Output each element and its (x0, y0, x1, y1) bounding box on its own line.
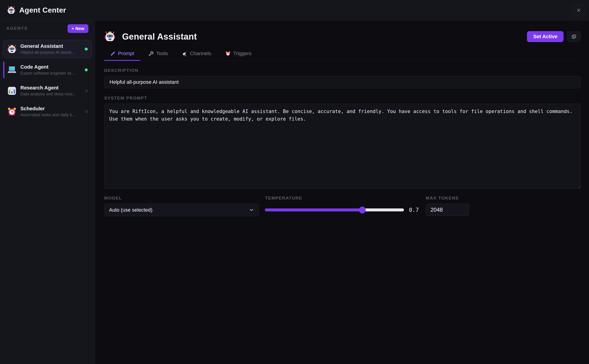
agent-description: Data analysis and deep rese... (20, 92, 80, 97)
alarm-clock-icon (7, 107, 17, 117)
pen-icon (110, 51, 115, 56)
status-dot-inactive (85, 110, 88, 113)
agent-name: Research Agent (20, 85, 81, 91)
temperature-thumb[interactable] (359, 207, 366, 214)
agent-header-row: General Assistant Set Active (104, 31, 581, 42)
new-agent-button[interactable]: + New (67, 24, 88, 33)
agent-list: General Assistant Helpful all-purpose AI… (0, 37, 95, 126)
max-tokens-input[interactable] (426, 204, 469, 216)
system-prompt-label: SYSTEM PROMPT (104, 96, 581, 101)
page-title: General Assistant (122, 32, 197, 42)
chevron-down-icon (249, 208, 254, 213)
sidebar-item-research-agent[interactable]: Research Agent Data analysis and deep re… (3, 81, 92, 100)
agents-section-label: AGENTS (7, 26, 28, 31)
agent-description: Expert software engineer wi... (20, 71, 80, 76)
temperature-value: 0.7 (409, 207, 419, 213)
app-title: Agent Center (19, 6, 66, 14)
sidebar: AGENTS + New General Assistant Helpful a… (0, 21, 95, 364)
main-panel: General Assistant Set Active Prompt (95, 21, 589, 364)
sidebar-item-code-agent[interactable]: Code Agent Expert software engineer wi..… (3, 61, 92, 79)
description-input[interactable] (104, 76, 581, 88)
sidebar-item-general-assistant[interactable]: General Assistant Helpful all-purpose AI… (3, 40, 92, 58)
status-dot-active (85, 68, 88, 72)
robot-icon (104, 31, 116, 42)
tab-bar: Prompt Tools Channels (104, 51, 581, 61)
wrench-icon (148, 51, 154, 56)
status-dot-inactive (85, 90, 88, 92)
sidebar-header: AGENTS + New (0, 21, 95, 37)
robot-icon (7, 44, 17, 54)
satellite-icon (182, 51, 187, 56)
alarm-clock-icon (225, 51, 231, 56)
tab-channels[interactable]: Channels (176, 51, 217, 60)
system-prompt-textarea[interactable]: You are RiftIcon, a helpful and knowledg… (104, 104, 581, 189)
tab-triggers[interactable]: Triggers (219, 51, 257, 60)
model-label: MODEL (104, 196, 259, 201)
duplicate-button[interactable] (567, 31, 581, 42)
tab-prompt[interactable]: Prompt (104, 51, 140, 60)
agent-name: Code Agent (20, 64, 81, 70)
model-select[interactable]: Auto (use selected) (104, 204, 259, 216)
close-icon (576, 7, 582, 13)
agent-name: Scheduler (20, 106, 81, 112)
temperature-label: TEMPERATURE (265, 196, 419, 201)
description-label: DESCRIPTION (104, 68, 581, 73)
laptop-icon (7, 65, 17, 75)
agent-description: Automated tasks and daily b... (20, 113, 80, 117)
agent-name: General Assistant (20, 43, 81, 49)
temperature-slider[interactable] (265, 208, 404, 211)
robot-icon (7, 6, 16, 15)
temperature-fill (265, 208, 362, 211)
model-select-value: Auto (use selected) (109, 207, 152, 213)
top-bar: Agent Center (0, 0, 589, 21)
agent-description: Helpful all-purpose AI assist... (20, 50, 80, 55)
copy-icon (571, 34, 577, 39)
close-button[interactable] (573, 4, 584, 16)
tab-tools[interactable]: Tools (142, 51, 174, 60)
bar-chart-icon (7, 86, 17, 96)
status-dot-active (85, 48, 88, 51)
max-tokens-label: MAX TOKENS (426, 196, 469, 201)
sidebar-item-scheduler[interactable]: Scheduler Automated tasks and daily b... (3, 102, 92, 121)
model-settings-row: MODEL Auto (use selected) TEMPERATURE 0.… (104, 196, 581, 216)
set-active-button[interactable]: Set Active (527, 31, 563, 42)
